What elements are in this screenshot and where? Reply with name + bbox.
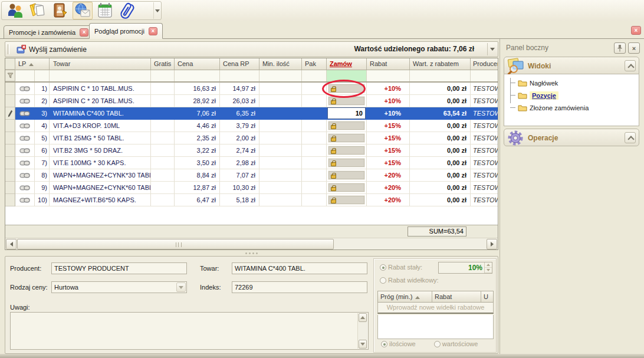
table-row[interactable]: 2) ASPIRIN C * 20 TABL.MUS. 28,92 zł 26,…: [5, 95, 498, 107]
attachment-icon[interactable]: [117, 2, 137, 19]
discount-cell: +15%: [367, 132, 410, 144]
filter-cell[interactable]: [302, 70, 327, 81]
toolbar-overflow-button[interactable]: [153, 2, 161, 19]
scrollbar-thumb[interactable]: [17, 239, 334, 249]
scroll-right-button[interactable]: [487, 239, 497, 249]
order-cell[interactable]: [327, 194, 367, 206]
operacje-group-header[interactable]: Operacje: [504, 129, 639, 146]
toolbar-grip[interactable]: [8, 44, 9, 54]
filter-cell[interactable]: [410, 70, 471, 81]
filter-cell[interactable]: [259, 70, 302, 81]
users-icon[interactable]: [5, 2, 25, 19]
order-cell[interactable]: [327, 120, 367, 132]
toolbar-dropdown-button[interactable]: [487, 43, 497, 55]
filter-cell[interactable]: [35, 70, 50, 81]
table-row[interactable]: 9) WAPN+MAGNEZ+CYNK*60 TABL. 12,87 zł 10…: [5, 182, 498, 194]
filter-cell[interactable]: [50, 70, 151, 81]
scroll-down-button[interactable]: [359, 340, 367, 349]
rodzaj-ceny-dropdown[interactable]: Hurtowa: [51, 281, 187, 293]
order-cell[interactable]: [327, 132, 367, 144]
filter-icon-cell[interactable]: [5, 70, 15, 81]
order-cell[interactable]: [327, 182, 367, 194]
filter-cell[interactable]: [175, 70, 220, 81]
order-cell[interactable]: [327, 157, 367, 169]
column-header-pak[interactable]: Pak: [302, 58, 327, 70]
row-selector[interactable]: [5, 120, 15, 132]
sidebar-item-naglowek[interactable]: Nagłówek: [504, 77, 558, 89]
column-header-wart[interactable]: Wart. z rabatem: [410, 58, 471, 70]
filter-cell[interactable]: [471, 70, 498, 81]
column-header-cena-rp[interactable]: Cena RP: [220, 58, 259, 70]
tab-podglad-promocji[interactable]: Podgląd promocji ×: [89, 23, 163, 39]
order-qty-input[interactable]: 10: [328, 108, 365, 119]
filter-cell[interactable]: [15, 70, 35, 81]
producent-field[interactable]: TESTOWY PRODUCENT: [51, 262, 187, 274]
table-row[interactable]: 7) VIT.E 100MG * 30 KAPS. 3,50 zł 2,98 z…: [5, 157, 498, 169]
producer-cell: TESTOW: [471, 157, 498, 169]
row-selector[interactable]: [5, 182, 15, 194]
filter-cell[interactable]: [367, 70, 410, 81]
vertical-scrollbar[interactable]: [357, 313, 367, 349]
widoki-group-header[interactable]: Widoki: [504, 57, 639, 74]
column-header-gratis[interactable]: Gratis: [151, 58, 175, 70]
wartosciowe-radio: wartościowe: [434, 340, 478, 347]
table-row[interactable]: 5) VIT.B1 25MG * 50 TABL. 2,35 zł 2,00 z…: [5, 132, 498, 144]
column-header-lp[interactable]: LP: [15, 58, 50, 70]
row-selector[interactable]: [5, 157, 15, 169]
column-header-towar[interactable]: Towar: [50, 58, 151, 70]
column-header-u[interactable]: U: [481, 291, 493, 302]
price-cell: 8,84 zł: [175, 169, 220, 182]
horizontal-scrollbar[interactable]: [5, 238, 498, 249]
splitter-handle[interactable]: [5, 250, 498, 256]
towar-field[interactable]: WITAMINA C*400 TABL.: [232, 262, 367, 274]
row-selector[interactable]: [5, 83, 15, 95]
row-selector[interactable]: [5, 132, 15, 144]
row-selector[interactable]: [5, 144, 15, 157]
calendar-icon[interactable]: [95, 2, 115, 19]
tab-close-icon[interactable]: ×: [149, 27, 157, 35]
order-cell[interactable]: [327, 169, 367, 182]
scroll-left-button[interactable]: [6, 239, 17, 249]
table-row[interactable]: 1) ASPIRIN C * 10 TABL.MUS. 16,63 zł 14,…: [5, 83, 498, 95]
row-selector[interactable]: [5, 194, 15, 206]
scroll-up-button[interactable]: [359, 313, 367, 322]
row-selector[interactable]: [5, 95, 15, 107]
tab-promocje-i-zamowienia[interactable]: Promocje i zamówienia ×: [4, 25, 94, 39]
uwagi-textarea[interactable]: [10, 312, 369, 350]
table-row[interactable]: 4) VIT.A+D3 KROP. 10ML 4,46 zł 3,79 zł +…: [5, 120, 498, 132]
price-rp-cell: 14,97 zł: [220, 83, 259, 95]
address-book-icon[interactable]: [50, 2, 70, 19]
indeks-field[interactable]: 72269: [232, 281, 367, 293]
close-tab-button[interactable]: ×: [631, 26, 641, 35]
column-header-cena[interactable]: Cena: [175, 58, 220, 70]
order-cell[interactable]: 10: [327, 107, 367, 120]
column-header-rabat[interactable]: Rabat: [367, 58, 410, 70]
row-selector[interactable]: [5, 107, 15, 120]
send-order-button[interactable]: Wyślij zamówienie: [13, 44, 90, 55]
mail-globe-icon[interactable]: [73, 2, 93, 19]
filter-cell[interactable]: [151, 70, 175, 81]
collapse-chevron-icon[interactable]: [625, 60, 636, 71]
filter-cell[interactable]: [220, 70, 259, 81]
pin-icon[interactable]: [614, 42, 626, 54]
close-icon[interactable]: ×: [628, 42, 640, 54]
row-selector[interactable]: [5, 169, 15, 182]
sidebar-item-zlozone-zamowienia[interactable]: Złożone zamówienia: [504, 101, 589, 114]
column-header-min-ilosc[interactable]: Min. ilość: [259, 58, 302, 70]
sidebar-item-pozycje[interactable]: Pozycje: [504, 89, 558, 101]
table-row[interactable]: 8) WAPN+MAGNEZ+CYNK*30 TABL. 8,84 zł 7,0…: [5, 169, 498, 182]
documents-icon[interactable]: [28, 2, 48, 19]
collapse-chevron-icon[interactable]: [625, 132, 636, 143]
table-row[interactable]: 3) WITAMINA C*400 TABL. 7,06 zł 6,35 zł …: [5, 107, 498, 120]
gratis-cell: [151, 144, 175, 157]
column-header-rabat[interactable]: Rabat: [432, 291, 481, 302]
column-header-producent[interactable]: Producent: [471, 58, 498, 70]
table-row[interactable]: 6) VIT.B2 3MG * 50 DRAZ. 3,22 zł 2,74 zł…: [5, 144, 498, 157]
lock-icon: [331, 199, 336, 203]
table-row[interactable]: 10) MAGNEZ+WIT.B6*50 KAPS. 6,47 zł 5,18 …: [5, 194, 498, 206]
column-header-prog[interactable]: Próg (min.): [378, 291, 432, 302]
order-cell[interactable]: [327, 144, 367, 157]
column-header-zamow[interactable]: Zamów: [327, 58, 367, 70]
tab-close-icon[interactable]: ×: [80, 28, 88, 37]
chevron-down-icon[interactable]: [176, 283, 186, 292]
